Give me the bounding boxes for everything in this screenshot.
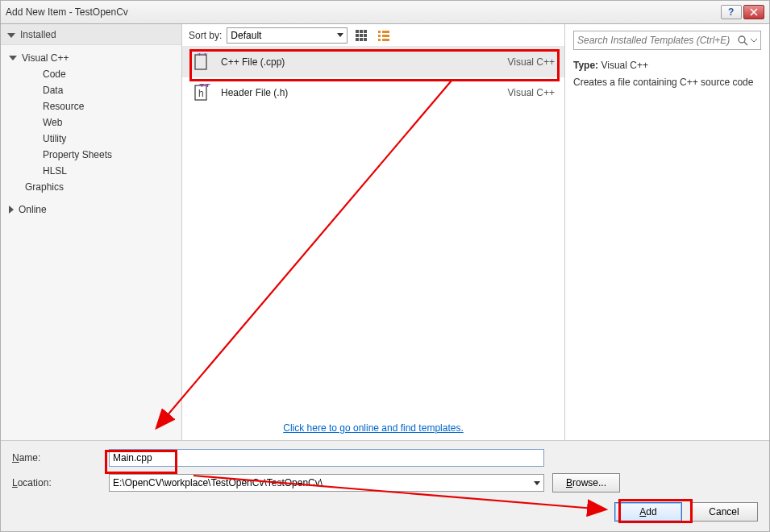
tree-item-web[interactable]: Web (1, 114, 181, 131)
tree-item-graphics[interactable]: Graphics (1, 179, 181, 195)
details-pane: Type: Visual C++ Creates a file containi… (565, 24, 769, 440)
upper-pane: Installed Visual C++ Code Data Resource … (1, 24, 769, 440)
sort-value: Default (231, 30, 337, 41)
location-label: Location: (12, 477, 101, 488)
name-field-wrapper (109, 449, 544, 467)
svg-rect-5 (360, 34, 363, 37)
online-templates-link-row: Click here to go online and find templat… (182, 416, 564, 440)
chevron-down-icon (9, 56, 17, 60)
svg-text:++: ++ (199, 84, 210, 90)
bottom-form: NName:ame: Location: E:\OpenCV\workplace… (1, 440, 769, 531)
tree-item-resource[interactable]: Resource (1, 98, 181, 114)
chevron-down-icon (7, 33, 15, 38)
tree-item-label: Code (43, 69, 66, 80)
svg-rect-14 (378, 39, 381, 41)
chevron-down-icon (534, 481, 540, 485)
search-icon (737, 35, 748, 46)
tree-item-property-sheets[interactable]: Property Sheets (1, 147, 181, 163)
svg-rect-9 (364, 38, 367, 41)
view-small-icons-button[interactable] (375, 27, 393, 44)
chevron-right-icon (9, 206, 14, 214)
svg-rect-8 (360, 38, 363, 41)
svg-rect-1 (356, 30, 359, 33)
sort-row: Sort by: Default (182, 24, 564, 47)
view-medium-icons-button[interactable] (352, 27, 370, 44)
tree-item-online[interactable]: Online (1, 202, 181, 218)
cpp-file-icon: ++ (192, 52, 211, 72)
add-button[interactable]: Add (614, 502, 682, 522)
search-dropdown-icon[interactable] (751, 35, 757, 46)
browse-button[interactable]: Browse... (552, 473, 620, 493)
template-item-group: Visual C++ (508, 56, 555, 68)
sidebar: Installed Visual C++ Code Data Resource … (1, 24, 182, 440)
svg-rect-13 (382, 35, 389, 37)
dialog-button-row: Add Cancel (12, 499, 758, 522)
svg-rect-10 (378, 31, 381, 33)
online-templates-link[interactable]: Click here to go online and find templat… (283, 422, 463, 434)
chevron-down-icon (337, 33, 343, 37)
location-row: Location: E:\OpenCV\workplace\TestOpenCv… (12, 473, 758, 493)
svg-rect-7 (356, 38, 359, 41)
svg-rect-4 (356, 34, 359, 37)
sort-select[interactable]: Default (227, 27, 348, 44)
tree-item-label: Web (43, 117, 62, 128)
tree-item-label: Resource (43, 101, 84, 112)
svg-rect-2 (360, 30, 363, 33)
tree-item-label: Online (19, 204, 47, 215)
name-label: NName:ame: (12, 452, 101, 463)
tree-item-label: Graphics (25, 181, 64, 193)
tree-item-label: Data (43, 85, 63, 96)
close-button[interactable] (743, 5, 764, 19)
tree-item-hlsl[interactable]: HLSL (1, 163, 181, 179)
svg-point-21 (739, 36, 745, 43)
template-item-name: Header File (.h) (221, 87, 498, 98)
window-title: Add New Item - TestOpenCv (6, 6, 719, 18)
sort-label: Sort by: (189, 30, 222, 41)
template-item-header-file[interactable]: h++ Header File (.h) Visual C++ (182, 77, 564, 108)
template-tree: Visual C++ Code Data Resource Web Utilit… (1, 45, 181, 222)
name-input[interactable] (113, 452, 540, 463)
title-bar: Add New Item - TestOpenCv ? (0, 0, 770, 24)
svg-text:++: ++ (197, 53, 208, 59)
tree-item-utility[interactable]: Utility (1, 131, 181, 147)
header-file-icon: h++ (192, 83, 211, 102)
template-list: ++ C++ File (.cpp) Visual C++ h++ Header… (182, 47, 564, 416)
sidebar-header-label: Installed (20, 29, 56, 40)
details-type-label: Type: (573, 60, 598, 71)
template-item-cpp-file[interactable]: ++ C++ File (.cpp) Visual C++ (182, 47, 564, 77)
location-combo[interactable]: E:\OpenCV\workplace\TestOpenCv\TestOpenC… (109, 474, 544, 492)
details-description: Creates a file containing C++ source cod… (573, 76, 761, 89)
tree-item-label: Visual C++ (22, 52, 69, 64)
dialog-body: Installed Visual C++ Code Data Resource … (0, 24, 770, 532)
location-value: E:\OpenCV\workplace\TestOpenCv\TestOpenC… (113, 477, 323, 488)
cancel-button[interactable]: Cancel (690, 502, 758, 522)
name-row: NName:ame: (12, 449, 758, 467)
tree-item-label: Utility (43, 133, 66, 144)
sidebar-header-installed[interactable]: Installed (1, 24, 181, 45)
template-item-name: C++ File (.cpp) (221, 56, 498, 68)
svg-rect-12 (378, 35, 381, 37)
cancel-button-label: Cancel (709, 506, 739, 517)
details-type-value: Visual C++ (601, 60, 647, 71)
help-button[interactable]: ? (721, 5, 742, 19)
tree-item-visualcpp[interactable]: Visual C++ (1, 50, 181, 66)
svg-text:?: ? (728, 7, 734, 17)
search-input[interactable] (577, 35, 737, 46)
search-box[interactable] (573, 31, 761, 50)
svg-rect-15 (382, 39, 389, 41)
template-pane: Sort by: Default ++ C++ File (.cpp) (182, 24, 565, 440)
svg-rect-11 (382, 31, 389, 33)
svg-rect-6 (364, 34, 367, 37)
tree-item-label: Property Sheets (43, 149, 112, 160)
svg-rect-3 (364, 30, 367, 33)
tree-item-data[interactable]: Data (1, 82, 181, 98)
tree-item-label: HLSL (43, 165, 67, 177)
tree-item-code[interactable]: Code (1, 66, 181, 82)
details-type: Type: Visual C++ (573, 60, 761, 71)
svg-line-22 (744, 42, 747, 45)
template-item-group: Visual C++ (508, 87, 555, 98)
